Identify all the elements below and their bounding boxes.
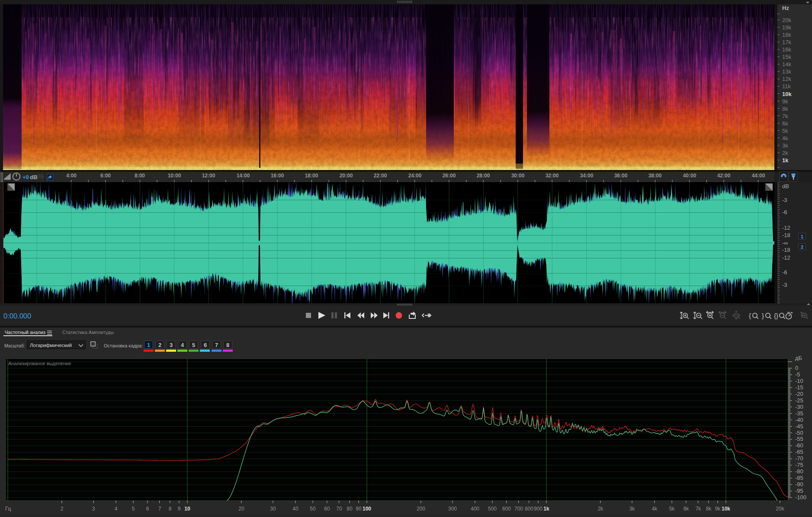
svg-text:20: 20: [238, 506, 244, 512]
svg-text:-70: -70: [795, 455, 803, 462]
svg-text:70: 70: [336, 506, 342, 512]
svg-text:{: {: [749, 312, 751, 319]
svg-text:-95: -95: [795, 488, 803, 494]
svg-text:0: 0: [795, 365, 798, 371]
svg-text:Гц: Гц: [5, 506, 11, 512]
svg-text:2: 2: [61, 506, 64, 512]
svg-text:-35: -35: [795, 410, 803, 417]
svg-text:9k: 9k: [715, 506, 721, 512]
svg-text:700: 700: [514, 506, 523, 512]
svg-text:-5: -5: [795, 371, 800, 378]
svg-text:-80: -80: [795, 468, 803, 475]
svg-text:-30: -30: [795, 404, 803, 410]
svg-text:300: 300: [448, 506, 457, 512]
svg-text:50: 50: [310, 506, 316, 512]
svg-text:дБ: дБ: [795, 356, 802, 361]
svg-text:-40: -40: [795, 417, 803, 423]
svg-text:2k: 2k: [598, 506, 604, 512]
svg-text:8: 8: [169, 506, 172, 512]
svg-text:40: 40: [292, 506, 298, 512]
svg-text:5: 5: [132, 506, 135, 512]
svg-text:-90: -90: [795, 481, 803, 488]
svg-text:3: 3: [92, 506, 95, 512]
svg-text:-65: -65: [795, 449, 803, 455]
svg-text:800: 800: [525, 506, 533, 512]
svg-text:80: 80: [347, 506, 353, 512]
svg-text:30: 30: [270, 506, 276, 512]
svg-text:4: 4: [115, 506, 118, 512]
svg-text:-60: -60: [795, 442, 803, 449]
svg-text:500: 500: [488, 506, 497, 512]
svg-text:7: 7: [158, 506, 161, 512]
svg-text:Анализированое выделение: Анализированое выделение: [8, 361, 71, 366]
svg-text:1k: 1k: [543, 506, 549, 512]
svg-text:6: 6: [146, 506, 149, 512]
svg-text:600: 600: [502, 506, 511, 512]
svg-text:-25: -25: [795, 397, 803, 404]
svg-text:}: }: [762, 312, 764, 319]
svg-text:-10: -10: [795, 378, 803, 384]
svg-text:-50: -50: [795, 430, 803, 436]
svg-text:200: 200: [417, 506, 425, 512]
svg-text:60: 60: [324, 506, 330, 512]
svg-text:8k: 8k: [706, 506, 712, 512]
svg-text:7k: 7k: [696, 506, 702, 512]
svg-text:400: 400: [471, 506, 479, 512]
svg-text:90: 90: [356, 506, 362, 512]
svg-text:900: 900: [534, 506, 542, 512]
svg-text:9: 9: [178, 506, 181, 512]
svg-text:{}: {}: [774, 312, 778, 319]
svg-text:5k: 5k: [669, 506, 675, 512]
svg-text:-55: -55: [795, 436, 803, 442]
svg-text:100: 100: [363, 506, 371, 512]
svg-text:-45: -45: [795, 423, 803, 430]
svg-text:3k: 3k: [629, 506, 635, 512]
svg-text:4k: 4k: [652, 506, 658, 512]
svg-text:6k: 6k: [684, 506, 690, 512]
svg-text:20k: 20k: [776, 506, 784, 512]
svg-text:-100: -100: [795, 494, 806, 501]
svg-text:-85: -85: [795, 475, 803, 481]
svg-text:-75: -75: [795, 462, 803, 468]
svg-text:10: 10: [184, 506, 190, 512]
svg-text:-15: -15: [795, 384, 803, 391]
svg-text:-20: -20: [795, 391, 803, 397]
svg-text:10k: 10k: [722, 506, 730, 512]
